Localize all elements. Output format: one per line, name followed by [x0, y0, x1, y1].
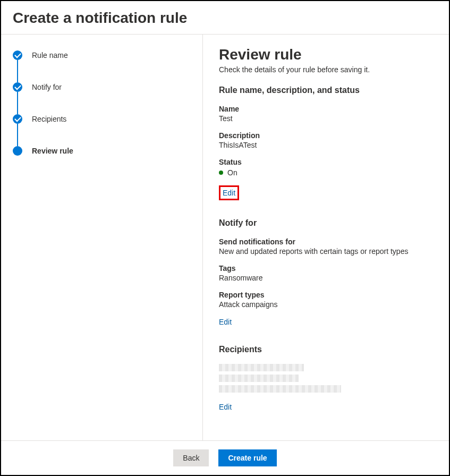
step-recipients[interactable]: Recipients: [13, 114, 191, 124]
edit-rule-name-link[interactable]: Edit: [223, 189, 235, 198]
section-heading: Rule name, description, and status: [219, 86, 433, 95]
check-icon: [13, 82, 22, 92]
current-step-icon: [13, 146, 22, 156]
page-title: Review rule: [219, 46, 433, 63]
redacted-line: [219, 385, 341, 393]
step-rule-name[interactable]: Rule name: [13, 50, 191, 60]
step-label: Recipients: [32, 115, 66, 123]
wizard-steps: Rule name Notify for Recipients Review r…: [1, 35, 203, 440]
edit-recipients-link[interactable]: Edit: [219, 403, 232, 411]
section-notify-for: Notify for Send notifications for New an…: [219, 218, 433, 327]
page-subtitle: Check the details of your rule before sa…: [219, 65, 433, 74]
step-label: Notify for: [32, 83, 62, 91]
section-heading: Recipients: [219, 345, 433, 354]
field-name: Name Test: [219, 105, 433, 123]
status-on-icon: [219, 171, 223, 175]
check-icon: [13, 50, 22, 60]
check-icon: [13, 114, 22, 124]
field-status: Status On: [219, 158, 433, 177]
edit-notify-for-link[interactable]: Edit: [219, 318, 232, 326]
redacted-line: [219, 364, 304, 371]
field-tags: Tags Ransomware: [219, 264, 433, 282]
step-review-rule[interactable]: Review rule: [13, 146, 191, 156]
step-notify-for[interactable]: Notify for: [13, 82, 191, 92]
create-rule-button[interactable]: Create rule: [218, 449, 276, 466]
review-content: Review rule Check the details of your ru…: [203, 35, 449, 440]
section-recipients: Recipients Edit: [219, 345, 433, 412]
edit-highlight-box: Edit: [219, 185, 239, 200]
dialog-footer: Back Create rule: [1, 440, 449, 475]
section-heading: Notify for: [219, 218, 433, 228]
back-button[interactable]: Back: [173, 449, 209, 466]
field-report-types: Report types Attack campaigns: [219, 291, 433, 309]
recipients-redacted: [219, 364, 433, 393]
step-label: Review rule: [32, 147, 73, 155]
redacted-line: [219, 375, 299, 382]
step-label: Rule name: [32, 51, 68, 60]
field-send-notifications: Send notifications for New and updated r…: [219, 237, 433, 256]
field-description: Description ThisIsATest: [219, 131, 433, 149]
dialog-body: Rule name Notify for Recipients Review r…: [1, 35, 449, 440]
section-rule-name: Rule name, description, and status Name …: [219, 86, 433, 200]
dialog-title: Create a notification rule: [1, 1, 449, 35]
create-notification-rule-dialog: Create a notification rule Rule name Not…: [0, 0, 450, 476]
